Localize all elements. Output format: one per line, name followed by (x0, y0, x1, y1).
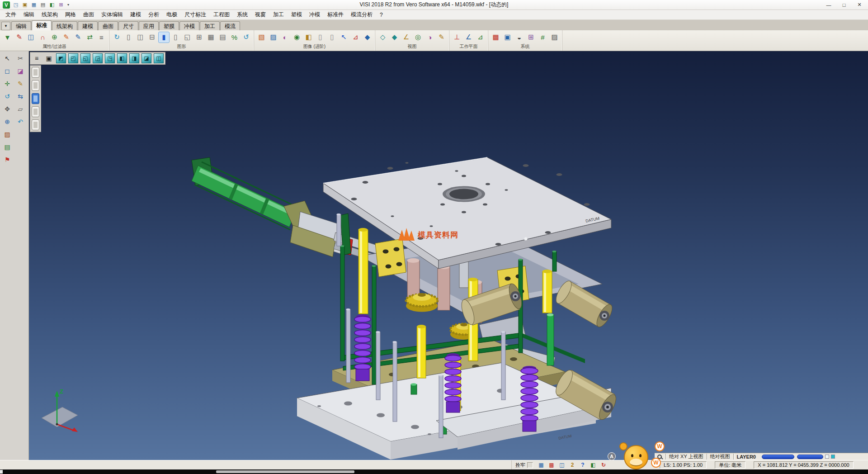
window-tile-icon[interactable]: ⊞ (194, 32, 204, 43)
color-palette-icon[interactable]: ▩ (491, 32, 501, 43)
tab-dropdown-button[interactable]: ▼ (1, 22, 10, 30)
view-menu-icon[interactable]: ≡ (32, 53, 42, 63)
layer-color-bar-2[interactable] (797, 455, 823, 459)
flag-icon[interactable]: ⚑ (1, 154, 13, 165)
font-style-button[interactable]: A (608, 452, 616, 460)
cube-right-icon[interactable]: ◲ (93, 53, 103, 63)
view-reference-status[interactable]: 绝对视图 (707, 454, 733, 460)
menu-item[interactable]: 电极 (163, 9, 181, 20)
cube-top-icon[interactable]: ◰ (68, 53, 78, 63)
lock-indicator[interactable] (527, 462, 533, 468)
edit-red-pencil-icon[interactable]: ✎ (61, 32, 71, 43)
magnet-icon[interactable]: ∩ (38, 32, 48, 43)
refresh-icon[interactable]: ↻ (600, 461, 607, 469)
notifications-badge[interactable]: 2 (569, 461, 576, 469)
annotate-icon[interactable]: ✎ (436, 32, 447, 43)
cube-user-view-icon[interactable]: ◫ (154, 53, 164, 63)
ribbon-tab[interactable]: 冲模 (179, 21, 199, 30)
network-icon[interactable]: ◒ (514, 32, 524, 43)
clipboard-slot[interactable] (32, 106, 39, 117)
cube-front-icon[interactable]: ◱ (80, 53, 90, 63)
ribbon-tab[interactable]: 曲面 (98, 21, 118, 30)
open-file-icon[interactable]: ▣ (21, 1, 29, 9)
pencil-icon[interactable]: ✎ (14, 78, 26, 89)
filter-properties-icon[interactable]: ▼ (2, 32, 13, 43)
maximize-button[interactable]: □ (836, 0, 852, 9)
grid-display-icon[interactable]: ▦ (206, 32, 216, 43)
zoom-icon[interactable]: ⊕ (1, 116, 13, 127)
select-icon[interactable]: ↖ (1, 53, 13, 63)
select-cursor-icon[interactable]: ↖ (339, 32, 349, 43)
snap-grid-icon[interactable]: # (538, 32, 548, 43)
page-setup-icon[interactable]: ▯ (327, 32, 337, 43)
menu-item[interactable]: 系统 (233, 9, 251, 20)
pan-icon[interactable]: ✥ (1, 104, 13, 114)
menu-item[interactable]: 实体编辑 (98, 9, 127, 20)
measure-icon[interactable]: ∠ (401, 32, 411, 43)
cube-bottom-icon[interactable]: ◨ (129, 53, 139, 63)
clipboard-slot[interactable] (32, 67, 39, 78)
selection-box-icon[interactable]: ◻ (1, 66, 13, 76)
quick-access-dropdown[interactable]: ▾ (65, 1, 71, 9)
menu-item[interactable]: 冲模 (306, 9, 324, 20)
display-options-icon[interactable]: ◑ (425, 32, 435, 43)
menu-item[interactable]: 塑模 (288, 9, 306, 20)
help-tip-icon[interactable]: ◳ (12, 1, 20, 9)
ribbon-tab[interactable]: 应用 (139, 21, 159, 30)
menu-item[interactable]: 线架构 (38, 9, 61, 20)
workplane-align-icon[interactable]: ⊿ (475, 32, 486, 43)
menu-item[interactable]: 模流分析 (347, 9, 376, 20)
close-button[interactable]: ✕ (852, 0, 867, 9)
menu-item[interactable]: 工程图 (210, 9, 233, 20)
table-icon[interactable]: ▤ (217, 32, 228, 43)
window-active-icon[interactable]: ▮ (159, 32, 169, 43)
window-split-vert-icon[interactable]: ◫ (135, 32, 146, 43)
save-icon[interactable]: ▦ (30, 1, 38, 9)
layout-icon[interactable]: ◫ (558, 461, 566, 469)
window-single-icon[interactable]: ▯ (123, 32, 134, 43)
image-render-icon[interactable]: ▧ (256, 32, 267, 43)
iso-grid-icon[interactable]: ▨ (549, 32, 560, 43)
swap-attributes-icon[interactable]: ⇄ (85, 32, 95, 43)
menu-item[interactable]: ? (376, 10, 387, 19)
selection-filter-icon[interactable]: ⊕ (49, 32, 60, 43)
clipboard-slot[interactable] (32, 80, 39, 91)
menu-item[interactable]: 曲面 (80, 9, 98, 20)
ribbon-tab[interactable]: 加工 (200, 21, 220, 30)
solid-cube-icon[interactable]: ◆ (362, 32, 373, 43)
calculator-icon[interactable]: ⊞ (526, 32, 536, 43)
layers-icon[interactable]: ▤ (1, 142, 13, 152)
monitor-icon[interactable]: ▣ (502, 32, 513, 43)
image-layers-icon[interactable]: ◧ (303, 32, 314, 43)
taskbar-segment[interactable] (216, 470, 354, 473)
uvw-axes-icon[interactable]: ⊿ (350, 32, 361, 43)
cube-left-icon[interactable]: ◧ (117, 53, 127, 63)
menu-item[interactable]: 文件 (2, 9, 20, 20)
ribbon-tab[interactable]: 塑膜 (159, 21, 179, 30)
match-properties-icon[interactable]: ≡ (96, 32, 107, 43)
menu-item[interactable]: 加工 (269, 9, 288, 20)
settings-icon[interactable]: ⊞ (57, 1, 65, 9)
menu-item[interactable]: 编辑 (20, 9, 38, 20)
mirror-icon[interactable]: ⇆ (14, 91, 26, 101)
ribbon-tab[interactable]: 标准 (32, 20, 52, 30)
cube-dimetric-icon[interactable]: ◪ (142, 53, 151, 63)
print-icon[interactable]: ▤ (39, 1, 47, 9)
ribbon-tab[interactable]: 编辑 (11, 21, 31, 30)
color-swatch-light[interactable] (825, 455, 829, 459)
ribbon-tab[interactable]: 尺寸 (118, 21, 138, 30)
window-page-icon[interactable]: ▯ (170, 32, 181, 43)
active-layer-status[interactable]: LAYER0 (733, 454, 759, 460)
stats-icon[interactable]: % (229, 32, 240, 43)
ribbon-tab[interactable]: 建模 (78, 21, 98, 30)
menu-item[interactable]: 标准件 (324, 9, 347, 20)
layer-color-bar[interactable] (762, 455, 794, 459)
attribute-copy-icon[interactable]: ◫ (26, 32, 36, 43)
measure-icon[interactable]: ✛ (1, 78, 13, 89)
window-split-horz-icon[interactable]: ⊟ (147, 32, 157, 43)
app-logo[interactable]: V (3, 1, 10, 9)
snap-grid-icon[interactable]: ▦ (538, 461, 545, 469)
menu-item[interactable]: 建模 (127, 9, 145, 20)
view-wireframe-icon[interactable]: ◇ (377, 32, 388, 43)
attribute-paint-icon[interactable]: ✎ (14, 32, 24, 43)
